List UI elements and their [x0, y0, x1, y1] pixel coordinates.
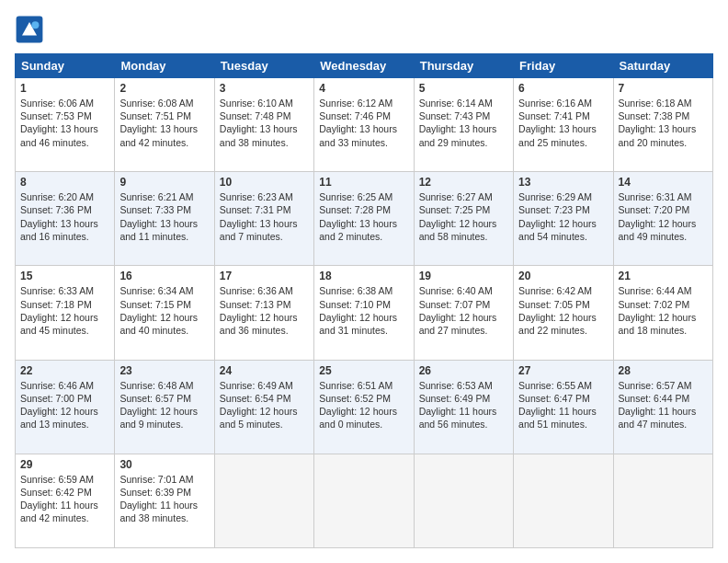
day-number: 29 — [20, 458, 109, 471]
calendar-cell: 22Sunrise: 6:46 AMSunset: 7:00 PMDayligh… — [16, 360, 115, 454]
day-number: 14 — [619, 176, 708, 189]
day-header-sunday: Sunday — [16, 54, 115, 78]
day-number: 17 — [220, 270, 309, 282]
cell-content: Sunrise: 6:44 AMSunset: 7:02 PMDaylight:… — [619, 285, 697, 336]
calendar-cell: 14Sunrise: 6:31 AMSunset: 7:20 PMDayligh… — [613, 172, 712, 266]
calendar-cell — [414, 454, 513, 547]
calendar-cell: 1Sunrise: 6:06 AMSunset: 7:53 PMDaylight… — [16, 78, 115, 172]
calendar-week-2: 8Sunrise: 6:20 AMSunset: 7:36 PMDaylight… — [16, 172, 713, 266]
cell-content: Sunrise: 6:57 AMSunset: 6:44 PMDaylight:… — [619, 380, 697, 431]
day-header-friday: Friday — [514, 54, 613, 78]
calendar-week-4: 22Sunrise: 6:46 AMSunset: 7:00 PMDayligh… — [16, 360, 713, 454]
day-header-thursday: Thursday — [414, 54, 513, 78]
cell-content: Sunrise: 6:51 AMSunset: 6:52 PMDaylight:… — [319, 380, 397, 431]
calendar-cell: 28Sunrise: 6:57 AMSunset: 6:44 PMDayligh… — [613, 360, 712, 454]
day-number: 2 — [119, 82, 209, 95]
cell-content: Sunrise: 6:40 AMSunset: 7:07 PMDaylight:… — [419, 285, 497, 336]
svg-point-2 — [31, 21, 39, 29]
calendar-cell — [314, 454, 414, 547]
calendar-cell: 2Sunrise: 6:08 AMSunset: 7:51 PMDaylight… — [115, 78, 214, 172]
day-number: 5 — [419, 82, 508, 95]
day-number: 4 — [319, 82, 408, 95]
cell-content: Sunrise: 6:59 AMSunset: 6:42 PMDaylight:… — [20, 474, 98, 524]
calendar-cell: 13Sunrise: 6:29 AMSunset: 7:23 PMDayligh… — [514, 172, 613, 266]
day-number: 12 — [419, 176, 508, 189]
page: SundayMondayTuesdayWednesdayThursdayFrid… — [0, 0, 728, 563]
day-number: 30 — [119, 458, 209, 471]
cell-content: Sunrise: 6:16 AMSunset: 7:41 PMDaylight:… — [518, 98, 597, 148]
day-number: 15 — [20, 270, 109, 282]
calendar-week-3: 15Sunrise: 6:33 AMSunset: 7:18 PMDayligh… — [16, 266, 713, 360]
day-number: 24 — [220, 364, 309, 377]
calendar-cell: 9Sunrise: 6:21 AMSunset: 7:33 PMDaylight… — [115, 172, 214, 266]
cell-content: Sunrise: 6:14 AMSunset: 7:43 PMDaylight:… — [419, 98, 497, 148]
day-number: 28 — [619, 364, 708, 377]
calendar-cell: 18Sunrise: 6:38 AMSunset: 7:10 PMDayligh… — [314, 266, 414, 360]
logo-icon — [15, 15, 44, 44]
calendar-table: SundayMondayTuesdayWednesdayThursdayFrid… — [15, 53, 713, 548]
cell-content: Sunrise: 6:33 AMSunset: 7:18 PMDaylight:… — [20, 285, 98, 336]
cell-content: Sunrise: 6:27 AMSunset: 7:25 PMDaylight:… — [419, 191, 497, 242]
cell-content: Sunrise: 6:48 AMSunset: 6:57 PMDaylight:… — [119, 380, 198, 431]
cell-content: Sunrise: 7:01 AMSunset: 6:39 PMDaylight:… — [119, 474, 198, 524]
calendar-cell: 24Sunrise: 6:49 AMSunset: 6:54 PMDayligh… — [214, 360, 313, 454]
day-header-monday: Monday — [115, 54, 214, 78]
day-number: 22 — [20, 364, 109, 377]
calendar-cell: 5Sunrise: 6:14 AMSunset: 7:43 PMDaylight… — [414, 78, 513, 172]
calendar-week-5: 29Sunrise: 6:59 AMSunset: 6:42 PMDayligh… — [16, 454, 713, 547]
cell-content: Sunrise: 6:12 AMSunset: 7:46 PMDaylight:… — [319, 98, 397, 148]
day-number: 16 — [119, 270, 209, 282]
calendar-cell: 4Sunrise: 6:12 AMSunset: 7:46 PMDaylight… — [314, 78, 414, 172]
cell-content: Sunrise: 6:18 AMSunset: 7:38 PMDaylight:… — [619, 98, 697, 148]
day-number: 11 — [319, 176, 408, 189]
cell-content: Sunrise: 6:21 AMSunset: 7:33 PMDaylight:… — [119, 191, 198, 242]
logo — [15, 15, 48, 44]
cell-content: Sunrise: 6:36 AMSunset: 7:13 PMDaylight:… — [220, 285, 298, 336]
day-number: 27 — [518, 364, 608, 377]
calendar-cell: 11Sunrise: 6:25 AMSunset: 7:28 PMDayligh… — [314, 172, 414, 266]
calendar-cell: 26Sunrise: 6:53 AMSunset: 6:49 PMDayligh… — [414, 360, 513, 454]
calendar-cell: 19Sunrise: 6:40 AMSunset: 7:07 PMDayligh… — [414, 266, 513, 360]
calendar-cell: 6Sunrise: 6:16 AMSunset: 7:41 PMDaylight… — [514, 78, 613, 172]
calendar-cell: 3Sunrise: 6:10 AMSunset: 7:48 PMDaylight… — [214, 78, 313, 172]
cell-content: Sunrise: 6:23 AMSunset: 7:31 PMDaylight:… — [220, 191, 298, 242]
calendar-cell — [214, 454, 313, 547]
calendar-week-1: 1Sunrise: 6:06 AMSunset: 7:53 PMDaylight… — [16, 78, 713, 172]
calendar-cell: 10Sunrise: 6:23 AMSunset: 7:31 PMDayligh… — [214, 172, 313, 266]
calendar-cell: 7Sunrise: 6:18 AMSunset: 7:38 PMDaylight… — [613, 78, 712, 172]
calendar-cell: 12Sunrise: 6:27 AMSunset: 7:25 PMDayligh… — [414, 172, 513, 266]
calendar-cell: 27Sunrise: 6:55 AMSunset: 6:47 PMDayligh… — [514, 360, 613, 454]
cell-content: Sunrise: 6:29 AMSunset: 7:23 PMDaylight:… — [518, 191, 597, 242]
cell-content: Sunrise: 6:25 AMSunset: 7:28 PMDaylight:… — [319, 191, 397, 242]
day-number: 25 — [319, 364, 408, 377]
day-number: 8 — [20, 176, 109, 189]
cell-content: Sunrise: 6:38 AMSunset: 7:10 PMDaylight:… — [319, 285, 397, 336]
calendar-cell: 25Sunrise: 6:51 AMSunset: 6:52 PMDayligh… — [314, 360, 414, 454]
cell-content: Sunrise: 6:06 AMSunset: 7:53 PMDaylight:… — [20, 98, 98, 148]
calendar-cell: 17Sunrise: 6:36 AMSunset: 7:13 PMDayligh… — [214, 266, 313, 360]
cell-content: Sunrise: 6:55 AMSunset: 6:47 PMDaylight:… — [518, 380, 597, 431]
cell-content: Sunrise: 6:34 AMSunset: 7:15 PMDaylight:… — [119, 285, 198, 336]
calendar-cell: 29Sunrise: 6:59 AMSunset: 6:42 PMDayligh… — [16, 454, 115, 547]
day-number: 3 — [220, 82, 309, 95]
day-header-wednesday: Wednesday — [314, 54, 414, 78]
day-number: 7 — [619, 82, 708, 95]
day-number: 20 — [518, 270, 608, 282]
calendar-cell: 23Sunrise: 6:48 AMSunset: 6:57 PMDayligh… — [115, 360, 214, 454]
cell-content: Sunrise: 6:46 AMSunset: 7:00 PMDaylight:… — [20, 380, 98, 431]
day-number: 26 — [419, 364, 508, 377]
calendar-cell: 21Sunrise: 6:44 AMSunset: 7:02 PMDayligh… — [613, 266, 712, 360]
calendar-cell: 8Sunrise: 6:20 AMSunset: 7:36 PMDaylight… — [16, 172, 115, 266]
day-number: 9 — [119, 176, 209, 189]
day-header-tuesday: Tuesday — [214, 54, 313, 78]
cell-content: Sunrise: 6:49 AMSunset: 6:54 PMDaylight:… — [220, 380, 298, 431]
cell-content: Sunrise: 6:31 AMSunset: 7:20 PMDaylight:… — [619, 191, 697, 242]
cell-content: Sunrise: 6:20 AMSunset: 7:36 PMDaylight:… — [20, 191, 98, 242]
day-number: 10 — [220, 176, 309, 189]
day-number: 6 — [518, 82, 608, 95]
cell-content: Sunrise: 6:53 AMSunset: 6:49 PMDaylight:… — [419, 380, 497, 431]
calendar-cell — [613, 454, 712, 547]
cell-content: Sunrise: 6:10 AMSunset: 7:48 PMDaylight:… — [220, 98, 298, 148]
day-number: 21 — [619, 270, 708, 282]
calendar-cell: 30Sunrise: 7:01 AMSunset: 6:39 PMDayligh… — [115, 454, 214, 547]
